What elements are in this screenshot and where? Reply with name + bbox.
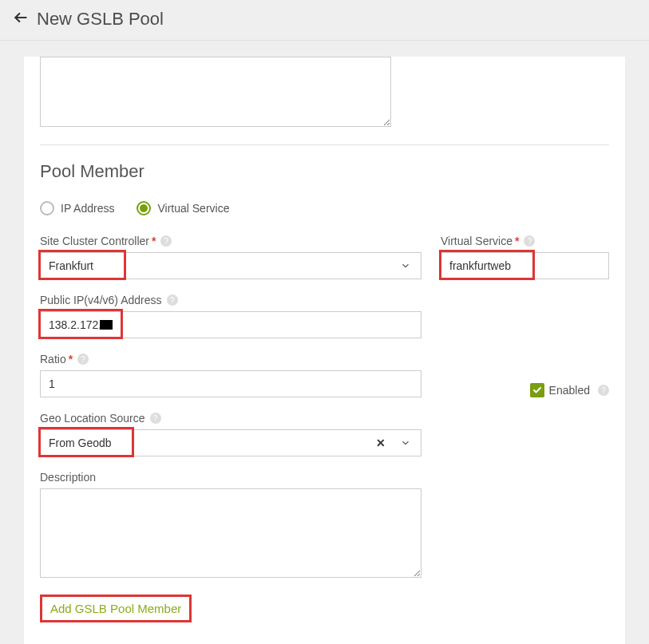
section-title: Pool Member [40, 161, 609, 182]
enabled-label: Enabled [549, 384, 590, 397]
page-title: New GSLB Pool [37, 9, 164, 30]
highlight-annotation: Add GSLB Pool Member [40, 595, 192, 622]
radio-virtual-service[interactable]: Virtual Service [137, 201, 229, 215]
back-arrow-icon[interactable] [13, 8, 29, 30]
help-icon[interactable]: ? [524, 235, 535, 247]
description-textarea[interactable] [40, 488, 421, 578]
radio-ip-label: IP Address [61, 202, 114, 215]
geo-location-select[interactable]: From Geodb ✕ [40, 429, 421, 456]
ratio-input[interactable] [40, 370, 421, 397]
geo-value: From Geodb [49, 437, 376, 449]
public-ip-label: Public IP(v4/v6) Address ? [40, 294, 609, 306]
radio-checked-icon [137, 201, 151, 215]
description-label: Description [40, 471, 609, 484]
redacted-block [100, 320, 113, 330]
top-textarea[interactable] [40, 57, 391, 127]
site-cluster-select[interactable]: Frankfurt [40, 252, 421, 279]
virtual-service-input[interactable] [441, 252, 609, 279]
chevron-down-icon [400, 260, 411, 271]
ratio-label: Ratio* ? [40, 353, 609, 365]
form-panel: Pool Member IP Address Virtual Service S… [24, 57, 625, 644]
chevron-down-icon [400, 437, 411, 448]
virtual-service-label: Virtual Service* ? [441, 235, 609, 247]
help-icon[interactable]: ? [150, 413, 161, 424]
help-icon[interactable]: ? [167, 294, 178, 306]
geo-location-label: Geo Location Source ? [40, 412, 609, 425]
site-cluster-label: Site Cluster Controller* ? [40, 235, 421, 247]
help-icon[interactable]: ? [598, 385, 609, 396]
page-header: New GSLB Pool [0, 0, 649, 41]
enabled-toggle[interactable]: Enabled ? [530, 383, 609, 397]
public-ip-input[interactable] [40, 311, 421, 338]
checkbox-checked-icon [530, 383, 544, 397]
member-type-radio-group: IP Address Virtual Service [40, 201, 609, 215]
radio-unchecked-icon [40, 201, 54, 215]
help-icon[interactable]: ? [160, 235, 172, 247]
add-pool-member-link[interactable]: Add GSLB Pool Member [42, 597, 189, 620]
radio-ip-address[interactable]: IP Address [40, 201, 114, 215]
help-icon[interactable]: ? [77, 354, 89, 365]
clear-icon[interactable]: ✕ [376, 437, 386, 449]
section-divider [40, 144, 609, 145]
radio-vs-label: Virtual Service [157, 202, 229, 215]
site-cluster-value: Frankfurt [49, 259, 413, 272]
